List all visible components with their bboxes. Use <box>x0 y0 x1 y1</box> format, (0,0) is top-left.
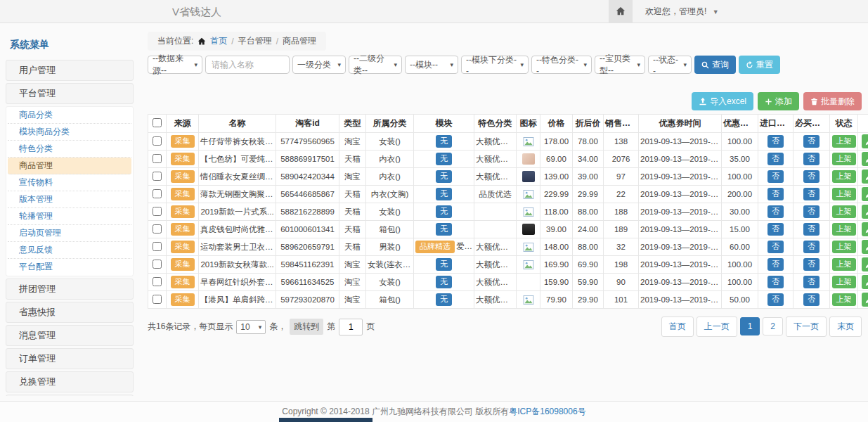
row-checkbox[interactable] <box>153 277 162 286</box>
select-all-checkbox[interactable] <box>153 118 162 127</box>
edit-button[interactable] <box>862 134 868 148</box>
sidebar-item-6[interactable]: 宣传物料 <box>8 174 131 191</box>
filter-select-6[interactable]: --状态--▾ <box>648 56 692 74</box>
import-select-badge[interactable]: 否 <box>767 205 784 217</box>
per-page-select[interactable]: 10 ▾ <box>236 320 266 334</box>
filter-select-5[interactable]: --宝贝类型--▾ <box>595 56 645 74</box>
sidebar-item-4[interactable]: 特色分类 <box>8 141 131 158</box>
edit-button[interactable] <box>862 222 868 236</box>
sidebar-item-9[interactable]: 启动页管理 <box>8 225 131 242</box>
import-select-badge[interactable]: 否 <box>767 223 784 235</box>
filter-select-1[interactable]: --二级分类--▾ <box>349 56 402 74</box>
status-badge[interactable]: 上架 <box>832 258 856 270</box>
sidebar-group-15[interactable]: 订单管理 <box>6 348 134 369</box>
import-select-badge[interactable]: 否 <box>767 188 784 200</box>
first-page-button[interactable]: 首页 <box>661 316 694 337</box>
sidebar-group-16[interactable]: 兑换管理 <box>6 371 134 392</box>
module-badge: 无 <box>436 223 452 235</box>
sidebar-group-14[interactable]: 消息管理 <box>6 325 134 346</box>
filter-select-4[interactable]: --特色分类--▾ <box>531 56 592 74</box>
status-badge[interactable]: 上架 <box>832 153 856 165</box>
sidebar-group-13[interactable]: 省惠快报 <box>6 302 134 323</box>
page-button-1[interactable]: 1 <box>740 317 760 335</box>
import-select-badge[interactable]: 否 <box>767 241 784 252</box>
must-buy-badge[interactable]: 否 <box>803 293 820 305</box>
breadcrumb-home-link[interactable]: 首页 <box>210 35 227 47</box>
must-buy-badge[interactable]: 否 <box>803 241 820 252</box>
next-page-button[interactable]: 下一页 <box>786 316 827 337</box>
caret-down-icon: ▾ <box>520 61 524 68</box>
status-badge[interactable]: 上架 <box>832 293 856 305</box>
status-badge[interactable]: 上架 <box>832 276 856 288</box>
add-button[interactable]: 添加 <box>758 92 799 110</box>
row-checkbox[interactable] <box>153 295 162 304</box>
must-buy-badge[interactable]: 否 <box>803 135 820 147</box>
status-badge[interactable]: 上架 <box>832 170 856 182</box>
filter-select-0[interactable]: 一级分类▾ <box>292 56 346 74</box>
must-buy-badge[interactable]: 否 <box>803 153 820 165</box>
icp-link[interactable]: 粤ICP备16098006号 <box>509 406 585 418</box>
sidebar-item-3[interactable]: 模块商品分类 <box>8 124 131 141</box>
import-select-badge[interactable]: 否 <box>767 153 784 165</box>
jump-button[interactable]: 跳转到 <box>290 319 323 335</box>
status-badge[interactable]: 上架 <box>832 188 856 200</box>
filter-select-label: --模块-- <box>410 59 438 71</box>
sidebar-item-10[interactable]: 意见反馈 <box>8 242 131 259</box>
edit-button[interactable] <box>862 275 868 289</box>
status-badge[interactable]: 上架 <box>832 135 856 147</box>
status-badge[interactable]: 上架 <box>832 223 856 235</box>
prev-page-button[interactable]: 上一页 <box>697 316 737 337</box>
edit-button[interactable] <box>862 240 868 254</box>
last-page-button[interactable]: 末页 <box>829 316 862 337</box>
import-select-badge[interactable]: 否 <box>767 135 784 147</box>
filter-select-2[interactable]: --模块--▾ <box>405 56 458 74</box>
must-buy-badge[interactable]: 否 <box>803 276 820 288</box>
edit-button[interactable] <box>862 293 868 307</box>
import-select-badge[interactable]: 否 <box>767 276 784 288</box>
sidebar-group-12[interactable]: 拼团管理 <box>6 279 134 300</box>
import-select-badge[interactable]: 否 <box>767 258 784 270</box>
import-select-badge[interactable]: 否 <box>767 170 784 182</box>
row-checkbox[interactable] <box>153 136 162 146</box>
page-button-2[interactable]: 2 <box>763 317 783 335</box>
batch-delete-button[interactable]: 批量删除 <box>803 92 862 110</box>
filter-select-3[interactable]: --模块下分类--▾ <box>461 56 529 74</box>
must-buy-badge[interactable]: 否 <box>803 170 820 182</box>
must-buy-badge[interactable]: 否 <box>803 223 820 235</box>
must-buy-badge[interactable]: 否 <box>803 205 820 217</box>
coupon-time: 2019-09-13—2019-09-17 <box>640 278 722 286</box>
sidebar-group-1[interactable]: 平台管理 <box>6 83 134 104</box>
row-checkbox[interactable] <box>153 189 162 198</box>
row-checkbox[interactable] <box>153 224 162 234</box>
row-checkbox[interactable] <box>153 260 162 269</box>
edit-button[interactable] <box>862 187 868 201</box>
sidebar-group-0[interactable]: 用户管理 <box>6 60 134 81</box>
import-excel-button[interactable]: 导入excel <box>692 92 753 110</box>
status-badge[interactable]: 上架 <box>832 205 856 217</box>
edit-button[interactable] <box>862 205 868 219</box>
user-menu[interactable]: 欢迎您，管理员! ▼ <box>645 6 719 18</box>
edit-button[interactable] <box>862 257 868 271</box>
sidebar-group-17[interactable]: 佣金管理 <box>6 395 134 396</box>
sidebar-item-11[interactable]: 平台配置 <box>8 259 131 276</box>
data-source-select[interactable]: --数据来源-- ▾ <box>148 56 202 74</box>
import-select-badge[interactable]: 否 <box>767 293 784 305</box>
sidebar-item-7[interactable]: 版本管理 <box>8 191 131 208</box>
search-button[interactable]: 查询 <box>694 56 736 74</box>
home-button[interactable] <box>609 0 633 23</box>
status-badge[interactable]: 上架 <box>832 241 856 252</box>
row-checkbox[interactable] <box>153 154 162 163</box>
sidebar-item-2[interactable]: 商品分类 <box>8 107 131 124</box>
name-search-input[interactable] <box>205 56 290 74</box>
row-checkbox[interactable] <box>153 207 162 216</box>
reset-button[interactable]: 重置 <box>739 56 780 74</box>
edit-button[interactable] <box>862 152 868 166</box>
row-checkbox[interactable] <box>153 172 162 181</box>
row-checkbox[interactable] <box>153 242 162 251</box>
must-buy-badge[interactable]: 否 <box>803 188 820 200</box>
page-number-input[interactable] <box>339 319 363 335</box>
sidebar-item-5[interactable]: 商品管理 <box>8 158 131 174</box>
edit-button[interactable] <box>862 170 868 184</box>
sidebar-item-8[interactable]: 轮播管理 <box>8 208 131 225</box>
must-buy-badge[interactable]: 否 <box>803 258 820 270</box>
